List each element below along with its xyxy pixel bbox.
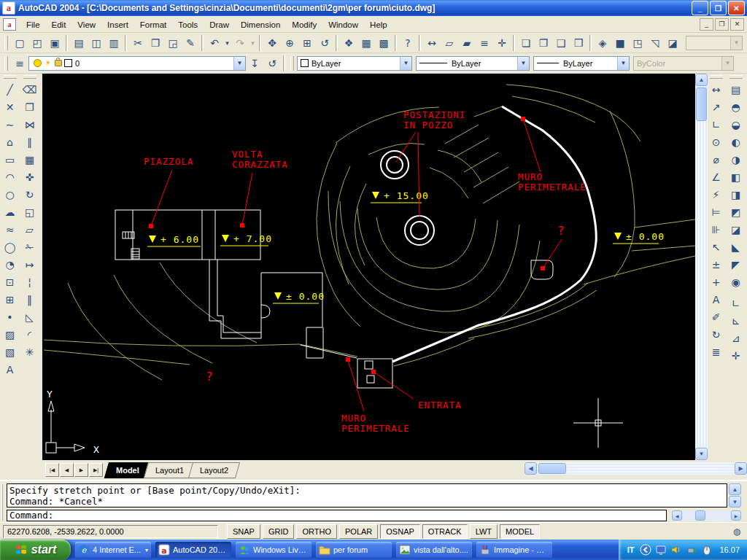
toolbar-grab-handle[interactable] (4, 56, 8, 71)
properties-icon[interactable]: ❖ (340, 34, 357, 52)
list-icon[interactable]: ≡ (476, 34, 493, 52)
move-icon[interactable]: ✜ (21, 168, 39, 186)
layer-combobox[interactable]: ☀ 0 ▼ (28, 56, 246, 71)
zoom-window-icon[interactable]: ⊞ (298, 34, 316, 52)
scroll-down-icon[interactable]: ▼ (729, 496, 741, 508)
toggle-osnap[interactable]: OSNAP (380, 524, 420, 539)
vertical-scroll-thumb[interactable] (696, 88, 707, 121)
circle-icon[interactable]: ○ (1, 186, 19, 203)
polygon-icon[interactable]: ⌂ (1, 133, 19, 151)
ne-isometric-icon[interactable]: ◣ (727, 238, 745, 256)
scroll-left-icon[interactable]: ◀ (672, 510, 682, 521)
chevron-down-icon[interactable]: ▼ (617, 57, 629, 70)
toolbar-grab-handle[interactable] (4, 36, 8, 50)
chamfer-icon[interactable]: ◺ (21, 308, 39, 326)
stretch-icon[interactable]: ▱ (21, 221, 39, 238)
toolbar-grab-handle[interactable] (710, 75, 723, 79)
lineweight-combobox[interactable]: ByLayer ▼ (533, 56, 630, 71)
taskbar-button-messenger[interactable]: Windows Live ... (236, 542, 311, 558)
command-input[interactable]: Command: (7, 510, 667, 521)
revision-cloud-icon[interactable]: ☁ (1, 203, 19, 221)
tolerance-icon[interactable]: ± (708, 256, 725, 273)
make-block-icon[interactable]: ⊞ (1, 291, 19, 308)
hide-icons-chevron-icon[interactable] (640, 544, 651, 556)
pan-realtime-icon[interactable]: ✥ (263, 34, 281, 52)
menu-insert[interactable]: Insert (101, 18, 134, 31)
command-horizontal-scrollbar[interactable]: ◀ ▶ ⊿ (672, 510, 741, 521)
help-icon[interactable]: ? (399, 34, 417, 52)
menu-format[interactable]: Format (134, 18, 172, 31)
quick-leader-icon[interactable]: ↖ (708, 238, 725, 256)
dimension-style-icon[interactable]: ≣ (708, 343, 725, 361)
dimension-text-edit-icon[interactable]: A (708, 291, 725, 308)
draworder-below-icon[interactable]: ❒ (570, 34, 587, 52)
array-icon[interactable]: ▦ (21, 151, 39, 168)
zoom-realtime-icon[interactable]: ⊕ (281, 34, 298, 52)
diameter-dimension-icon[interactable]: ⌀ (708, 151, 725, 168)
doc-close-button[interactable]: ✕ (730, 18, 744, 31)
offset-icon[interactable]: ∥ (21, 133, 39, 151)
square-scissors-icon[interactable]: ◪ (664, 34, 681, 52)
filled-square-icon[interactable]: ■ (611, 34, 629, 52)
chevron-down-icon[interactable]: ▼ (517, 57, 529, 70)
redo-dropdown-arrow[interactable]: ▾ (249, 35, 257, 51)
command-history[interactable]: Specify stretch point or [Base point/Cop… (7, 483, 727, 508)
draworder-back-icon[interactable]: ❐ (535, 34, 552, 52)
redo-icon[interactable]: ↷ (231, 34, 249, 52)
picture-frame-icon[interactable]: ◈ (594, 34, 611, 52)
scale-icon[interactable]: ◱ (21, 203, 39, 221)
ellipse-arc-icon[interactable]: ◔ (1, 256, 19, 273)
toggle-model[interactable]: MODEL (500, 524, 540, 539)
copy-object-icon[interactable]: ❐ (21, 98, 39, 116)
polyline-icon[interactable]: ∼ (1, 116, 19, 133)
menu-view[interactable]: View (71, 18, 101, 31)
paste-icon[interactable]: ◲ (164, 34, 182, 52)
open-icon[interactable]: ◰ (28, 34, 46, 52)
plot-preview-icon[interactable]: ◫ (88, 34, 105, 52)
menu-file[interactable]: File (20, 18, 46, 31)
toggle-otrack[interactable]: OTRACK (422, 524, 468, 539)
se-isometric-icon[interactable]: ◪ (727, 221, 745, 238)
back-view-icon[interactable]: ◨ (727, 186, 745, 203)
insert-block-icon[interactable]: ⊡ (1, 273, 19, 291)
undo-dropdown-arrow[interactable]: ▾ (223, 35, 231, 51)
communication-center-icon[interactable]: ◍ (729, 524, 744, 539)
toggle-snap[interactable]: SNAP (227, 524, 260, 539)
top-view-icon[interactable]: ◓ (727, 98, 745, 116)
taskbar-button-autocad[interactable]: aAutoCAD 200... (155, 542, 231, 558)
taskbar-button-ie[interactable]: e4 Internet E...▾ (75, 542, 151, 558)
baseline-dimension-icon[interactable]: ⊨ (708, 203, 725, 221)
bottom-view-icon[interactable]: ◒ (727, 116, 745, 133)
linetype-combobox[interactable]: ByLayer ▼ (416, 56, 530, 71)
ellipse-icon[interactable]: ◯ (1, 238, 19, 256)
menu-edit[interactable]: Edit (46, 18, 72, 31)
front-view-icon[interactable]: ◧ (727, 168, 745, 186)
tab-nav-next-icon[interactable]: ▶ (74, 463, 88, 477)
arc-icon[interactable]: ◠ (1, 168, 19, 186)
left-view-icon[interactable]: ◐ (727, 133, 745, 151)
toolbar-grab-handle[interactable] (290, 56, 294, 71)
tab-nav-first-icon[interactable]: |◀ (45, 463, 59, 477)
rotate-icon[interactable]: ↻ (21, 186, 39, 203)
ucs-3point-icon[interactable]: ⊿ (727, 330, 745, 347)
taskbar-button-paint[interactable]: Immagine - Paint (476, 542, 552, 558)
taskbar-button-folder[interactable]: per forum (316, 542, 392, 558)
mass-properties-icon[interactable]: ▰ (458, 34, 476, 52)
drawing-canvas[interactable]: + 6.00+ 7.00+ 15.00± 0.00± 0.00 PIAZZOLA… (42, 74, 695, 460)
display-settings-icon[interactable] (655, 544, 667, 556)
toolbar-grab-handle[interactable] (729, 75, 743, 79)
menu-dimension[interactable]: Dimension (235, 18, 286, 31)
safely-remove-hardware-icon[interactable] (686, 544, 697, 556)
designcenter-icon[interactable]: ▦ (357, 34, 375, 52)
color-combobox[interactable]: ByLayer ▼ (297, 56, 412, 71)
menu-modify[interactable]: Modify (286, 18, 322, 31)
spline-icon[interactable]: ≈ (1, 221, 19, 238)
quick-dimension-icon[interactable]: ⚡ (708, 186, 725, 203)
toolbar-grab-handle[interactable] (23, 75, 36, 79)
publish-icon[interactable]: ▥ (105, 34, 123, 52)
chevron-down-icon[interactable]: ▼ (233, 57, 245, 70)
tab-layout2[interactable]: Layout2 (188, 462, 240, 478)
named-views-icon[interactable]: ▤ (727, 81, 745, 98)
angular-dimension-icon[interactable]: ∠ (708, 168, 725, 186)
area-icon[interactable]: ▱ (441, 34, 458, 52)
